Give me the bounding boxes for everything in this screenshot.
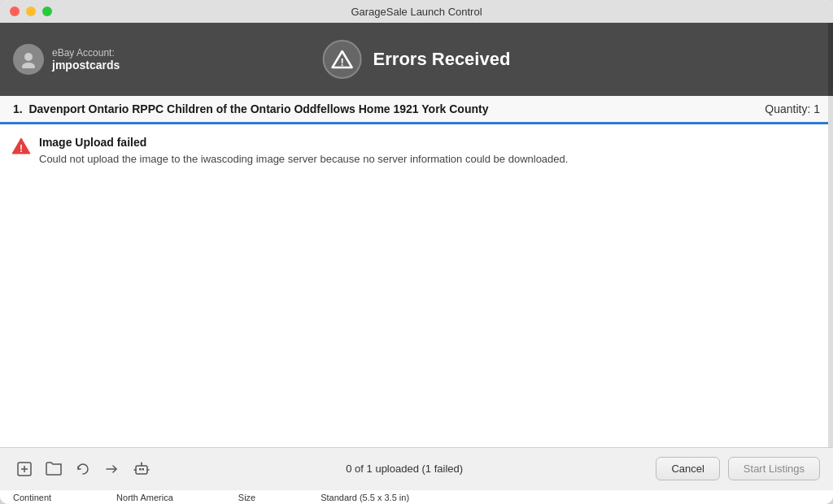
header-center: ! Errors Received — [323, 40, 511, 79]
continent-label: Continent — [13, 493, 51, 502]
title-bar: GarageSale Launch Control — [0, 0, 833, 23]
content-area[interactable]: 1. Davenport Ontario RPPC Children of th… — [0, 96, 833, 447]
svg-point-0 — [24, 53, 33, 61]
arrow-icon[interactable] — [101, 458, 124, 480]
error-block: ! Image Upload failed Could not upload t… — [0, 124, 833, 178]
folder-icon[interactable] — [42, 458, 65, 480]
svg-point-1 — [22, 63, 35, 68]
listing-name: Davenport Ontario RPPC Children of the O… — [28, 102, 488, 115]
footer: 0 of 1 uploaded (1 failed) Cancel Start … — [0, 447, 833, 489]
svg-text:!: ! — [20, 143, 23, 154]
header-scrollbar — [828, 23, 833, 96]
listing-title: 1. Davenport Ontario RPPC Children of th… — [13, 102, 488, 115]
svg-text:!: ! — [340, 56, 343, 68]
avatar — [13, 44, 44, 75]
account-section: eBay Account: jmpostcards — [13, 44, 120, 75]
app-window: GarageSale Launch Control eBay Account: … — [0, 0, 833, 504]
account-name: jmpostcards — [52, 59, 120, 72]
footer-buttons: Cancel Start Listings — [656, 457, 820, 480]
bottom-peek: Continent North America Size Standard (5… — [0, 489, 833, 504]
listing-row: 1. Davenport Ontario RPPC Children of th… — [0, 96, 833, 124]
start-listings-button[interactable]: Start Listings — [728, 457, 820, 480]
error-title: Image Upload failed — [39, 136, 568, 149]
maximize-button[interactable] — [42, 7, 52, 16]
header-title: Errors Received — [373, 49, 511, 70]
window-title: GarageSale Launch Control — [351, 6, 482, 18]
svg-rect-12 — [142, 468, 145, 471]
window-controls — [10, 7, 52, 16]
content-scrollbar[interactable] — [828, 96, 833, 447]
header-bar: eBay Account: jmpostcards ! Errors Recei… — [0, 23, 833, 96]
close-button[interactable] — [10, 7, 20, 16]
warning-circle-icon: ! — [323, 40, 362, 79]
error-description: Could not upload the image to the iwasco… — [39, 152, 568, 167]
error-content: Image Upload failed Could not upload the… — [39, 136, 568, 167]
svg-rect-11 — [139, 468, 142, 471]
add-icon[interactable] — [13, 458, 36, 480]
svg-rect-10 — [136, 466, 147, 474]
svg-point-14 — [141, 462, 142, 463]
minimize-button[interactable] — [26, 7, 36, 16]
refresh-icon[interactable] — [72, 458, 94, 480]
footer-icons — [13, 458, 153, 480]
listing-quantity: Quantity: 1 — [765, 102, 820, 115]
cancel-button[interactable]: Cancel — [656, 457, 719, 480]
error-triangle-icon: ! — [11, 137, 31, 159]
account-info: eBay Account: jmpostcards — [52, 47, 120, 72]
listing-number: 1. — [13, 102, 23, 115]
continent-value: North America — [116, 493, 173, 502]
footer-status: 0 of 1 uploaded (1 failed) — [156, 463, 652, 475]
size-value: Standard (5.5 x 3.5 in) — [321, 493, 409, 502]
account-label: eBay Account: — [52, 47, 120, 59]
size-label: Size — [238, 493, 255, 502]
robot-icon[interactable] — [130, 458, 153, 480]
